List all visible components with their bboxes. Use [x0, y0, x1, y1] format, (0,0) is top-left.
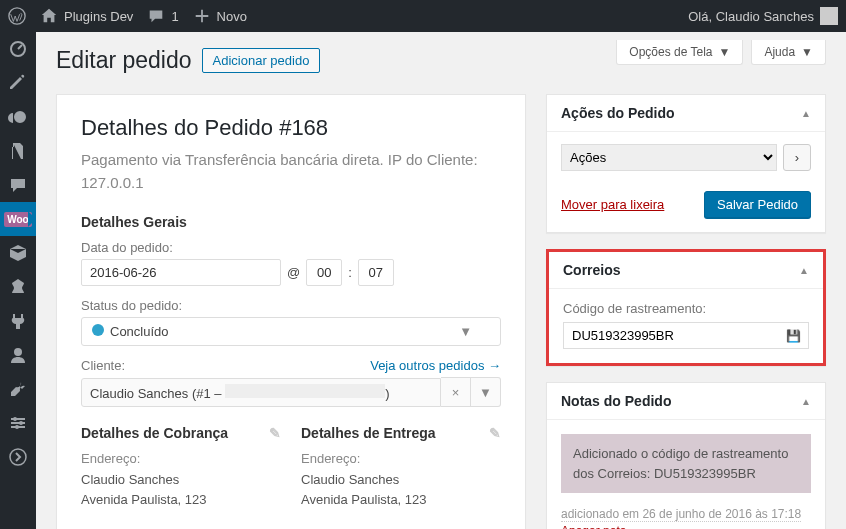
add-new-order-button[interactable]: Adicionar pedido: [202, 48, 321, 73]
menu-pages[interactable]: [0, 134, 36, 168]
status-dot-icon: [92, 324, 104, 336]
order-notes-panel: Notas do Pedido ▲ Adicionado o código de…: [546, 382, 826, 529]
order-date-input[interactable]: [81, 259, 281, 286]
tracking-code-input[interactable]: [563, 322, 809, 349]
general-details-heading: Detalhes Gerais: [81, 214, 501, 230]
panel-toggle-icon[interactable]: ▲: [799, 265, 809, 276]
billing-heading: Detalhes de Cobrança: [81, 425, 228, 441]
view-other-orders-link[interactable]: Veja outros pedidos →: [370, 358, 501, 377]
order-status-select[interactable]: Concluído ▼: [81, 317, 501, 346]
order-actions-title: Ações do Pedido: [561, 105, 675, 121]
shipping-name: Claudio Sanches: [301, 470, 501, 490]
order-heading: Detalhes do Pedido #168: [81, 115, 501, 141]
customer-dropdown-button[interactable]: ▼: [471, 377, 501, 407]
shipping-heading: Detalhes de Entrega: [301, 425, 436, 441]
note-timestamp: adicionado em 26 de junho de 2016 às 17:…: [561, 507, 801, 522]
tracking-code-label: Código de rastreamento:: [563, 301, 809, 316]
svg-point-7: [19, 421, 23, 425]
masked-email: [225, 384, 385, 398]
chevron-down-icon: ▼: [801, 45, 813, 59]
clear-customer-button[interactable]: ×: [441, 377, 471, 407]
billing-name: Claudio Sanches: [81, 470, 281, 490]
chevron-down-icon: ▼: [719, 45, 731, 59]
chevron-down-icon: ▼: [459, 324, 472, 339]
order-minute-input[interactable]: [358, 259, 394, 286]
admin-toolbar: Plugins Dev 1 Novo Olá, Claudio Sanches: [0, 0, 846, 32]
billing-address-label: Endereço:: [81, 451, 281, 466]
customer-select[interactable]: Claudio Sanches (#1 – ): [81, 378, 441, 407]
page-title: Editar pedido: [56, 47, 192, 74]
chevron-down-icon: ▼: [479, 385, 492, 400]
menu-woocommerce[interactable]: Woo: [0, 202, 36, 236]
admin-menu: Woo: [0, 32, 36, 529]
customer-label: Cliente:: [81, 358, 125, 373]
wp-logo[interactable]: [8, 7, 26, 25]
correios-title: Correios: [563, 262, 621, 278]
menu-plugins[interactable]: [0, 304, 36, 338]
menu-products[interactable]: [0, 236, 36, 270]
save-order-button[interactable]: Salvar Pedido: [704, 191, 811, 218]
run-action-button[interactable]: ›: [783, 144, 811, 171]
order-hour-input[interactable]: [306, 259, 342, 286]
order-date-label: Data do pedido:: [81, 240, 501, 255]
shipping-line1: Avenida Paulista, 123: [301, 490, 501, 510]
svg-point-9: [10, 449, 26, 465]
user-greeting[interactable]: Olá, Claudio Sanches: [688, 7, 838, 25]
order-details-panel: Detalhes do Pedido #168 Pagamento via Tr…: [56, 94, 526, 529]
svg-point-6: [13, 417, 17, 421]
at-symbol: @: [287, 265, 300, 280]
time-separator: :: [348, 265, 352, 280]
edit-billing-icon[interactable]: ✎: [269, 425, 281, 441]
edit-shipping-icon[interactable]: ✎: [489, 425, 501, 441]
menu-media[interactable]: [0, 100, 36, 134]
menu-appearance[interactable]: [0, 270, 36, 304]
menu-comments[interactable]: [0, 168, 36, 202]
order-note: Adicionado o código de rastreamento dos …: [561, 434, 811, 493]
site-link[interactable]: Plugins Dev: [40, 7, 133, 25]
woo-icon: Woo: [4, 212, 31, 227]
new-content-link[interactable]: Novo: [193, 7, 247, 25]
correios-panel: Correios ▲ Código de rastreamento: 💾: [546, 249, 826, 366]
svg-point-8: [15, 425, 19, 429]
svg-point-2: [14, 348, 22, 356]
panel-toggle-icon[interactable]: ▲: [801, 396, 811, 407]
menu-settings[interactable]: [0, 406, 36, 440]
order-payment-meta: Pagamento via Transferência bancária dir…: [81, 149, 501, 194]
screen-options-toggle[interactable]: Opções de Tela ▼: [616, 40, 743, 65]
menu-dashboard[interactable]: [0, 32, 36, 66]
menu-users[interactable]: [0, 338, 36, 372]
move-to-trash-link[interactable]: Mover para lixeira: [561, 197, 664, 212]
menu-tools[interactable]: [0, 372, 36, 406]
shipping-address-label: Endereço:: [301, 451, 501, 466]
delete-note-link[interactable]: Apagar nota: [561, 524, 811, 529]
order-actions-select[interactable]: Ações: [561, 144, 777, 171]
comments-link[interactable]: 1: [147, 7, 178, 25]
menu-collapse[interactable]: [0, 440, 36, 474]
help-toggle[interactable]: Ajuda ▼: [751, 40, 826, 65]
save-field-icon[interactable]: 💾: [786, 329, 801, 343]
order-notes-title: Notas do Pedido: [561, 393, 671, 409]
billing-line1: Avenida Paulista, 123: [81, 490, 281, 510]
avatar: [820, 7, 838, 25]
order-status-label: Status do pedido:: [81, 298, 501, 313]
order-actions-panel: Ações do Pedido ▲ Ações › Mover para lix…: [546, 94, 826, 233]
panel-toggle-icon[interactable]: ▲: [801, 108, 811, 119]
menu-posts[interactable]: [0, 66, 36, 100]
